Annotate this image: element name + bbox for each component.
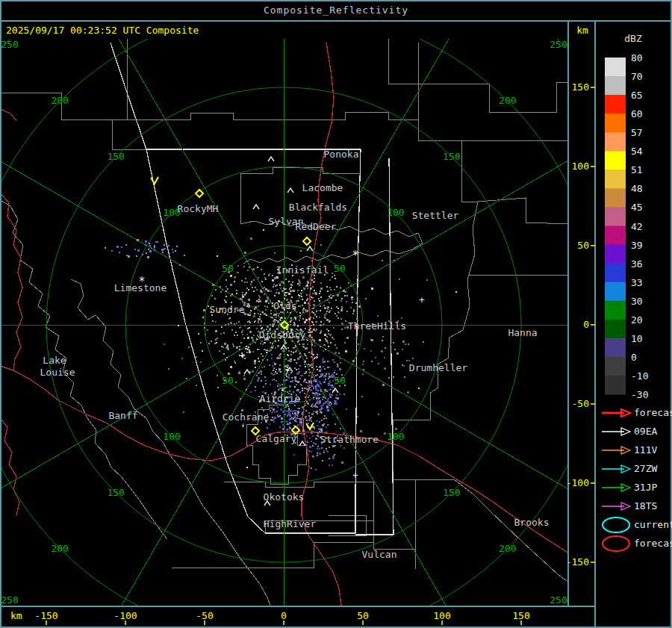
echo-pixel <box>226 357 228 358</box>
echo-pixel <box>293 359 295 361</box>
colorbar-block <box>605 245 626 264</box>
echo-pixel <box>340 318 342 320</box>
echo-pixel <box>327 342 329 343</box>
echo-pixel <box>321 407 323 408</box>
echo-pixel <box>277 415 279 417</box>
echo-pixel <box>330 294 332 296</box>
echo-pixel <box>221 346 223 347</box>
echo-pixel <box>202 350 203 352</box>
echo-pixel <box>426 279 428 281</box>
echo-pixel <box>294 405 296 406</box>
echo-pixel <box>404 376 405 378</box>
echo-pixel <box>326 417 327 419</box>
ring-distance-label: 200 <box>499 543 516 554</box>
echo-pixel <box>302 414 304 415</box>
colorbar-value-label: 60 <box>631 108 643 119</box>
dot-marker <box>455 291 457 293</box>
echo-pixel <box>253 279 255 281</box>
echo-pixel <box>258 361 260 362</box>
echo-pixel <box>288 281 290 282</box>
echo-pixel <box>265 309 267 311</box>
echo-pixel <box>301 290 302 291</box>
echo-pixel <box>254 360 256 362</box>
echo-pixel <box>319 453 321 455</box>
echo-pixel <box>176 246 178 247</box>
echo-pixel <box>361 396 363 397</box>
echo-pixel <box>324 317 326 318</box>
echo-pixel <box>307 402 309 405</box>
plus-marker-icon: + <box>240 350 246 361</box>
echo-pixel <box>307 385 308 387</box>
echo-pixel <box>329 311 330 313</box>
echo-pixel <box>247 303 249 305</box>
echo-pixel <box>311 363 313 364</box>
echo-pixel <box>315 293 317 295</box>
echo-pixel <box>315 387 317 388</box>
echo-pixel <box>319 300 320 302</box>
echo-pixel <box>311 364 313 366</box>
echo-pixel <box>320 330 322 332</box>
echo-pixel <box>357 416 358 417</box>
echo-pixel <box>327 308 329 310</box>
echo-pixel <box>246 389 247 391</box>
echo-pixel <box>249 312 251 314</box>
echo-pixel <box>323 403 324 405</box>
echo-pixel <box>399 279 400 280</box>
echo-pixel <box>303 381 305 382</box>
echo-pixel <box>222 289 223 290</box>
echo-pixel <box>311 353 313 355</box>
echo-pixel <box>253 315 255 317</box>
echo-pixel <box>294 386 296 388</box>
echo-pixel <box>263 386 264 388</box>
echo-pixel <box>318 428 320 430</box>
echo-pixel <box>277 345 279 347</box>
echo-pixel <box>313 381 314 382</box>
echo-pixel <box>309 305 311 306</box>
echo-pixel <box>290 320 292 321</box>
echo-pixel <box>162 252 164 253</box>
echo-pixel <box>234 281 235 282</box>
echo-pixel <box>268 275 270 276</box>
echo-pixel <box>313 386 314 388</box>
echo-pixel <box>305 373 307 374</box>
plus-marker-icon: + <box>419 294 425 305</box>
echo-pixel <box>358 343 359 345</box>
echo-pixel <box>314 314 316 316</box>
echo-pixel <box>287 364 289 367</box>
echo-pixel <box>272 343 273 344</box>
echo-pixel <box>288 293 290 295</box>
echo-pixel <box>375 357 376 358</box>
echo-pixel <box>287 347 289 349</box>
echo-pixel <box>294 367 296 369</box>
echo-pixel <box>183 411 184 413</box>
echo-pixel <box>308 388 310 390</box>
echo-pixel <box>239 346 240 347</box>
echo-pixel <box>312 393 314 394</box>
ring-distance-label: 50 <box>222 263 234 274</box>
echo-pixel <box>337 364 338 365</box>
echo-pixel <box>261 341 263 342</box>
legend-item-label: 31JP <box>634 482 657 493</box>
echo-pixel <box>241 299 243 300</box>
city-label: Innisfail <box>276 264 329 276</box>
echo-pixel <box>299 305 301 307</box>
echo-pixel <box>299 317 301 319</box>
echo-pixel <box>329 458 330 459</box>
city-label: Banff <box>108 410 137 421</box>
right-axis-tick-label: 50 <box>577 240 589 251</box>
echo-pixel <box>293 322 295 323</box>
echo-pixel <box>221 326 223 328</box>
map-display[interactable]: 5050505010010010010015015015015020020020… <box>0 0 672 628</box>
echo-pixel <box>320 244 322 246</box>
echo-pixel <box>253 290 255 292</box>
echo-pixel <box>341 308 343 309</box>
echo-pixel <box>324 381 326 382</box>
echo-pixel <box>302 406 304 408</box>
echo-pixel <box>316 379 317 381</box>
echo-pixel <box>295 379 296 380</box>
storm-vector-icon <box>151 177 158 184</box>
echo-pixel <box>256 338 258 340</box>
echo-pixel <box>313 456 314 458</box>
echo-pixel <box>289 427 291 429</box>
echo-pixel <box>326 311 328 312</box>
